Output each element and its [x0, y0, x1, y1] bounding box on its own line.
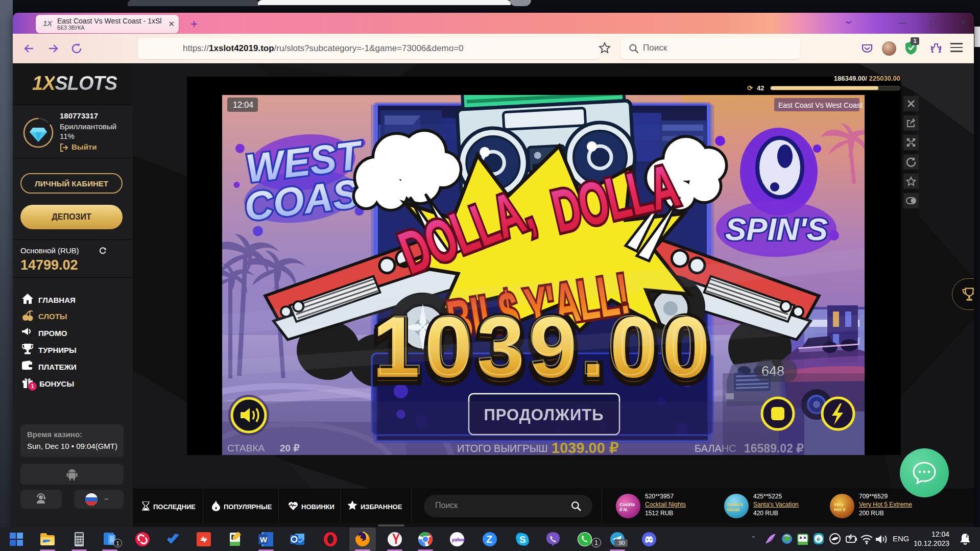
- svg-text:S: S: [519, 534, 526, 545]
- svg-text:12:04: 12:04: [233, 101, 253, 109]
- svg-text:yahoo!: yahoo!: [451, 537, 466, 542]
- svg-text:SPIN'S: SPIN'S: [725, 211, 828, 247]
- svg-text:Z: Z: [486, 534, 492, 545]
- svg-text:East Coast Vs West Coast: East Coast Vs West Coast: [778, 101, 863, 109]
- svg-text:W: W: [260, 535, 268, 544]
- svg-text:e: e: [817, 535, 820, 543]
- svg-text:z: z: [966, 533, 968, 538]
